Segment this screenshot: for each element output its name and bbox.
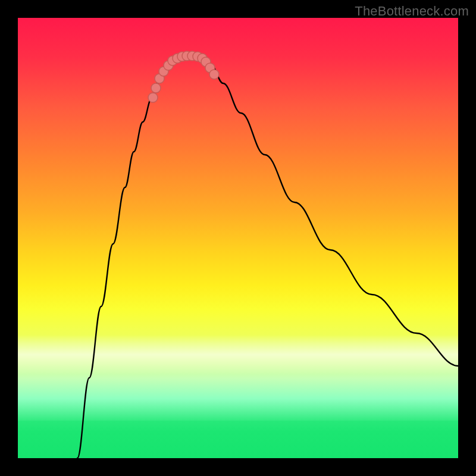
data-marker — [209, 70, 219, 79]
plot-area — [18, 18, 458, 458]
marker-cluster-left — [148, 51, 202, 102]
curve-right-branch — [203, 57, 458, 366]
marker-cluster-right — [198, 54, 219, 79]
curve-left-branch — [77, 57, 174, 458]
watermark-text: TheBottleneck.com — [355, 4, 469, 19]
data-marker — [151, 83, 161, 93]
curve-layer — [18, 18, 458, 458]
data-marker — [148, 93, 158, 102]
chart-frame: TheBottleneck.com — [0, 0, 476, 476]
